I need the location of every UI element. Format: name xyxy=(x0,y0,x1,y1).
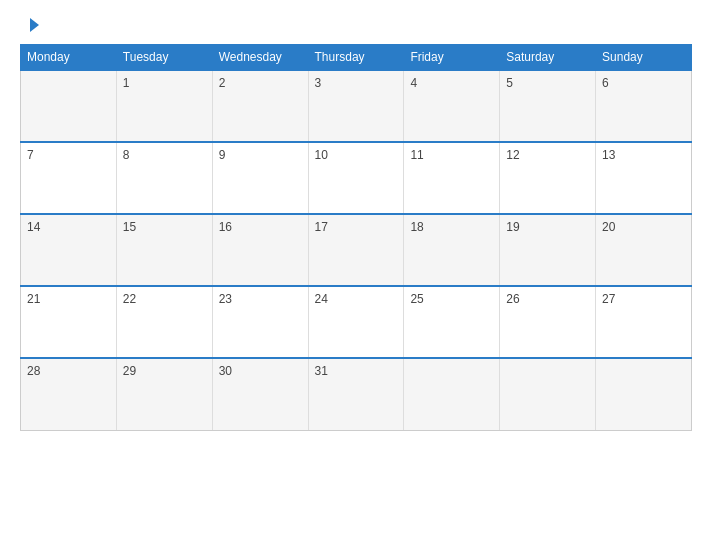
col-sunday: Sunday xyxy=(596,45,692,71)
day-number: 2 xyxy=(219,76,226,90)
calendar-cell: 25 xyxy=(404,286,500,358)
day-number: 19 xyxy=(506,220,519,234)
calendar-cell: 14 xyxy=(21,214,117,286)
calendar-cell: 5 xyxy=(500,70,596,142)
svg-marker-0 xyxy=(30,18,39,32)
day-number: 12 xyxy=(506,148,519,162)
calendar-cell: 22 xyxy=(116,286,212,358)
day-number: 27 xyxy=(602,292,615,306)
calendar-cell: 24 xyxy=(308,286,404,358)
col-monday: Monday xyxy=(21,45,117,71)
day-number: 29 xyxy=(123,364,136,378)
day-number: 9 xyxy=(219,148,226,162)
day-number: 25 xyxy=(410,292,423,306)
calendar-cell xyxy=(21,70,117,142)
day-number: 26 xyxy=(506,292,519,306)
calendar-cell: 8 xyxy=(116,142,212,214)
calendar-cell: 13 xyxy=(596,142,692,214)
col-friday: Friday xyxy=(404,45,500,71)
day-number: 1 xyxy=(123,76,130,90)
calendar-cell: 11 xyxy=(404,142,500,214)
day-number: 17 xyxy=(315,220,328,234)
day-number: 23 xyxy=(219,292,232,306)
day-number: 13 xyxy=(602,148,615,162)
calendar-cell: 31 xyxy=(308,358,404,430)
day-number: 7 xyxy=(27,148,34,162)
calendar-cell: 15 xyxy=(116,214,212,286)
day-number: 30 xyxy=(219,364,232,378)
day-number: 6 xyxy=(602,76,609,90)
calendar-cell: 10 xyxy=(308,142,404,214)
col-tuesday: Tuesday xyxy=(116,45,212,71)
day-number: 28 xyxy=(27,364,40,378)
calendar-row-1: 123456 xyxy=(21,70,692,142)
calendar-cell: 16 xyxy=(212,214,308,286)
day-number: 5 xyxy=(506,76,513,90)
calendar-cell xyxy=(596,358,692,430)
weekday-header-row: Monday Tuesday Wednesday Thursday Friday… xyxy=(21,45,692,71)
calendar-cell xyxy=(404,358,500,430)
day-number: 18 xyxy=(410,220,423,234)
calendar-cell: 20 xyxy=(596,214,692,286)
calendar-cell: 4 xyxy=(404,70,500,142)
day-number: 8 xyxy=(123,148,130,162)
calendar-row-5: 28293031 xyxy=(21,358,692,430)
calendar-cell: 21 xyxy=(21,286,117,358)
day-number: 4 xyxy=(410,76,417,90)
day-number: 16 xyxy=(219,220,232,234)
col-saturday: Saturday xyxy=(500,45,596,71)
day-number: 10 xyxy=(315,148,328,162)
calendar-cell: 26 xyxy=(500,286,596,358)
calendar-cell: 1 xyxy=(116,70,212,142)
day-number: 15 xyxy=(123,220,136,234)
day-number: 22 xyxy=(123,292,136,306)
calendar-cell: 3 xyxy=(308,70,404,142)
calendar-cell: 12 xyxy=(500,142,596,214)
day-number: 11 xyxy=(410,148,423,162)
header xyxy=(20,16,692,34)
calendar-cell: 18 xyxy=(404,214,500,286)
day-number: 14 xyxy=(27,220,40,234)
calendar-cell: 23 xyxy=(212,286,308,358)
day-number: 31 xyxy=(315,364,328,378)
col-thursday: Thursday xyxy=(308,45,404,71)
calendar-cell: 6 xyxy=(596,70,692,142)
calendar-cell xyxy=(500,358,596,430)
calendar-cell: 28 xyxy=(21,358,117,430)
calendar-cell: 30 xyxy=(212,358,308,430)
calendar-row-3: 14151617181920 xyxy=(21,214,692,286)
calendar-cell: 17 xyxy=(308,214,404,286)
calendar-table: Monday Tuesday Wednesday Thursday Friday… xyxy=(20,44,692,431)
calendar-cell: 2 xyxy=(212,70,308,142)
calendar-cell: 7 xyxy=(21,142,117,214)
day-number: 21 xyxy=(27,292,40,306)
day-number: 24 xyxy=(315,292,328,306)
calendar-cell: 9 xyxy=(212,142,308,214)
calendar-row-4: 21222324252627 xyxy=(21,286,692,358)
calendar-page: Monday Tuesday Wednesday Thursday Friday… xyxy=(0,0,712,550)
calendar-cell: 19 xyxy=(500,214,596,286)
logo xyxy=(20,16,39,34)
day-number: 3 xyxy=(315,76,322,90)
logo-flag-icon xyxy=(21,16,39,34)
day-number: 20 xyxy=(602,220,615,234)
col-wednesday: Wednesday xyxy=(212,45,308,71)
calendar-cell: 27 xyxy=(596,286,692,358)
calendar-cell: 29 xyxy=(116,358,212,430)
calendar-row-2: 78910111213 xyxy=(21,142,692,214)
